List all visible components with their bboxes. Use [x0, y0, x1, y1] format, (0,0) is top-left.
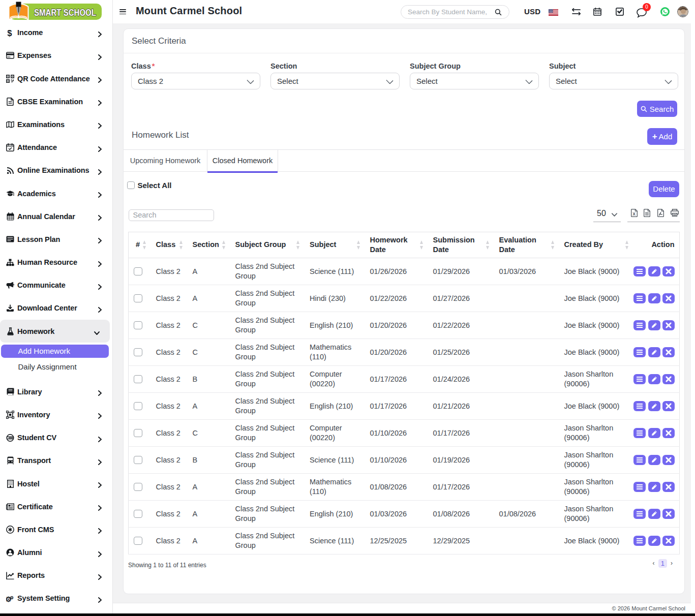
- svg-text:$: $: [8, 28, 12, 37]
- svg-text:SMART SCHOOL: SMART SCHOOL: [34, 7, 96, 17]
- svg-text:X: X: [632, 211, 636, 217]
- svg-text:⚙: ⚙: [10, 595, 14, 600]
